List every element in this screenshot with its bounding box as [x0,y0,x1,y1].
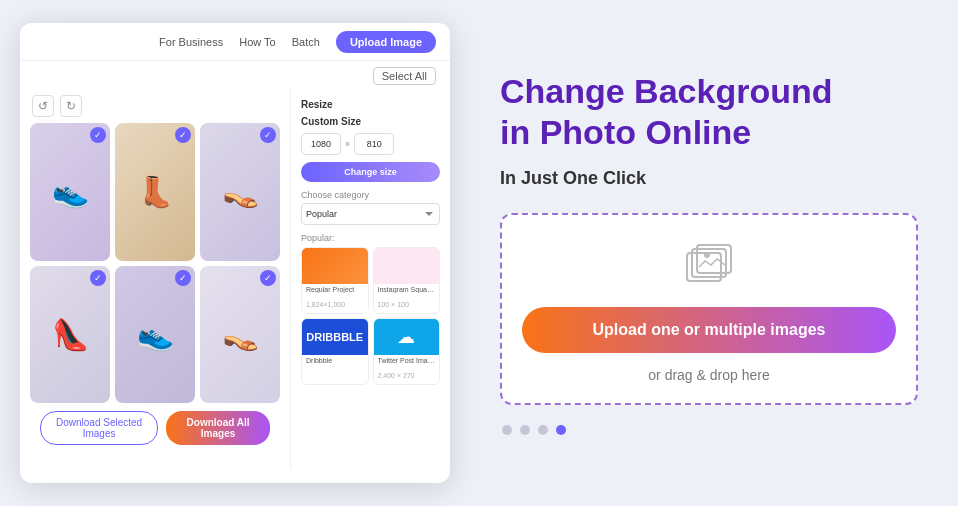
width-input[interactable] [301,133,341,155]
nav-link-business[interactable]: For Business [159,36,223,48]
select-all-link[interactable]: Select All [373,67,436,85]
preset-size-1: 1,824×1,000 [306,301,345,308]
image-cell-4[interactable]: 👠 [30,266,110,404]
preset-size-4: 2,400 × 270 [378,372,415,379]
main-title: Change Backgroundin Photo Online [500,71,918,153]
check-badge-1 [90,127,106,143]
category-label: Choose category [301,190,440,200]
drag-drop-text: or drag & drop here [648,367,769,383]
preset-item-1[interactable]: Regular Project 1,824×1,000 [301,247,369,314]
upload-button[interactable]: Upload one or multiple images [522,307,896,353]
preset-grid: Regular Project 1,824×1,000 Instagram Sq… [301,247,440,385]
image-cell-5[interactable]: 👟 [115,266,195,404]
preset-item-2[interactable]: Instagram Square Doe 100 × 100 [373,247,441,314]
preset-item-4[interactable]: ☁ Twitter Post Image 2,400 × 270 [373,318,441,385]
app-window: For Business How To Batch Upload Image S… [20,23,450,483]
nav-link-howto[interactable]: How To [239,36,275,48]
right-panel: Change Backgroundin Photo Online In Just… [480,0,958,506]
undo-button[interactable]: ↺ [32,95,54,117]
undo-redo-bar: ↺ ↻ [30,95,280,117]
download-all-button[interactable]: Download All Images [166,411,270,445]
preset-thumb-1 [302,248,368,284]
dot-4-active[interactable] [556,425,566,435]
image-cell-3[interactable]: 👡 [200,123,280,261]
check-badge-4 [90,270,106,286]
dots-row [500,425,566,435]
dropzone[interactable]: Upload one or multiple images or drag & … [500,213,918,405]
preset-thumb-4: ☁ [374,319,440,355]
upload-icon [679,243,739,293]
popular-label: Popular: [301,233,440,243]
left-panel: For Business How To Batch Upload Image S… [0,0,480,506]
check-badge-6 [260,270,276,286]
redo-button[interactable]: ↻ [60,95,82,117]
image-cell-6[interactable]: 👡 [200,266,280,404]
nav-link-batch[interactable]: Batch [292,36,320,48]
select-all-bar: Select All [20,61,450,89]
height-input[interactable] [354,133,394,155]
preset-name-3: Dribbble [306,357,364,364]
svg-point-3 [704,252,710,258]
app-sidebar: Resize Custom Size × Change size Choose … [290,89,450,469]
dot-2[interactable] [520,425,530,435]
dot-1[interactable] [502,425,512,435]
size-x-separator: × [345,139,350,149]
dot-3[interactable] [538,425,548,435]
preset-name-1: Regular Project [306,286,364,293]
preset-thumb-2 [374,248,440,284]
custom-size-label: Custom Size [301,116,440,127]
check-badge-5 [175,270,191,286]
image-grid-area: ↺ ↻ 👟 👢 👡 [20,89,290,469]
app-main: ↺ ↻ 👟 👢 👡 [20,89,450,469]
custom-size-row: × [301,133,440,155]
preset-name-4: Twitter Post Image [378,357,436,364]
subtitle: In Just One Click [500,168,918,189]
preset-item-3[interactable]: DRIBBBLE Dribbble [301,318,369,385]
image-cell-1[interactable]: 👟 [30,123,110,261]
change-size-button[interactable]: Change size [301,162,440,182]
image-grid: 👟 👢 👡 👠 [30,123,280,403]
app-nav: For Business How To Batch Upload Image [20,23,450,61]
nav-upload-button[interactable]: Upload Image [336,31,436,53]
check-badge-3 [260,127,276,143]
download-bar: Download Selected Images Download All Im… [30,403,280,445]
preset-thumb-3: DRIBBBLE [302,319,368,355]
category-select[interactable]: Popular [301,203,440,225]
resize-label: Resize [301,99,440,110]
preset-size-2: 100 × 100 [378,301,409,308]
preset-name-2: Instagram Square Doe [378,286,436,293]
check-badge-2 [175,127,191,143]
image-cell-2[interactable]: 👢 [115,123,195,261]
download-selected-button[interactable]: Download Selected Images [40,411,158,445]
